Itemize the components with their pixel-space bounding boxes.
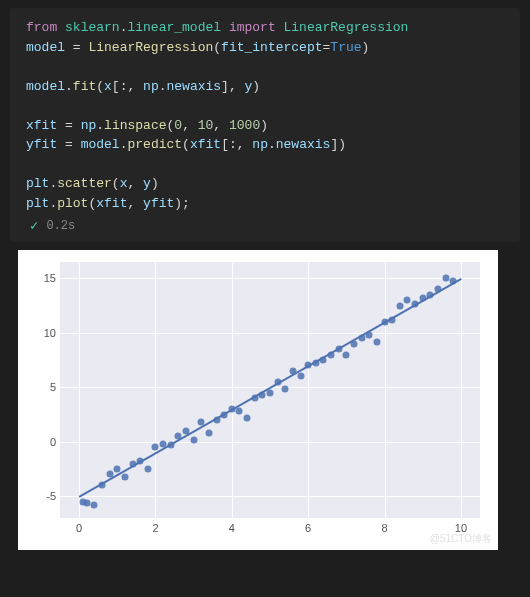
- scatter-point: [236, 408, 243, 415]
- plot-axes: [60, 262, 480, 518]
- execution-time: 0.2s: [46, 219, 75, 233]
- plot-output: 0246810-5051015 @51CTO博客: [18, 250, 498, 550]
- y-tick-label: 10: [26, 327, 56, 339]
- y-tick-label: 15: [26, 272, 56, 284]
- scatter-point: [190, 436, 197, 443]
- scatter-point: [244, 414, 251, 421]
- scatter-point: [83, 499, 90, 506]
- scatter-point: [373, 338, 380, 345]
- scatter-point: [343, 351, 350, 358]
- x-tick-label: 2: [152, 522, 158, 534]
- x-tick-label: 6: [305, 522, 311, 534]
- scatter-point: [267, 389, 274, 396]
- watermark: @51CTO博客: [430, 532, 492, 546]
- scatter-point: [144, 465, 151, 472]
- scatter-point: [91, 501, 98, 508]
- scatter-point: [404, 297, 411, 304]
- scatter-point: [282, 386, 289, 393]
- scatter-point: [205, 430, 212, 437]
- code-cell[interactable]: from sklearn.linear_model import LinearR…: [10, 8, 520, 242]
- scatter-point: [396, 302, 403, 309]
- x-tick-label: 0: [76, 522, 82, 534]
- scatter-point: [442, 275, 449, 282]
- execution-status: ✓ 0.2s: [30, 217, 504, 234]
- x-tick-label: 8: [381, 522, 387, 534]
- code-editor[interactable]: from sklearn.linear_model import LinearR…: [26, 18, 504, 213]
- scatter-point: [297, 373, 304, 380]
- y-tick-label: -5: [26, 490, 56, 502]
- check-icon: ✓: [30, 217, 38, 234]
- y-tick-label: 5: [26, 381, 56, 393]
- scatter-point: [121, 473, 128, 480]
- y-tick-label: 0: [26, 436, 56, 448]
- x-tick-label: 4: [229, 522, 235, 534]
